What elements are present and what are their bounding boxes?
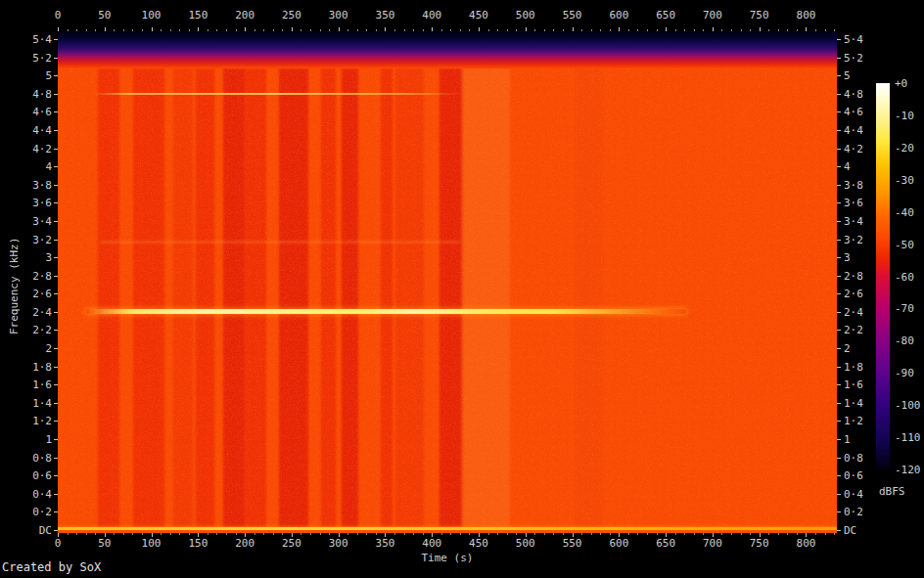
x-axis-minor-tick bbox=[741, 533, 742, 535]
y-axis-tick bbox=[54, 75, 58, 76]
x-axis-major-tick bbox=[713, 27, 714, 31]
y-axis-tick-label: 5·2 bbox=[19, 52, 52, 65]
colorbar-tick-label: -50 bbox=[895, 239, 924, 251]
x-axis-minor-tick bbox=[768, 533, 769, 535]
sox-credit-text: Created by SoX bbox=[2, 560, 101, 574]
x-axis-minor-tick bbox=[226, 533, 227, 535]
y-axis-tick-label: DC bbox=[19, 524, 52, 537]
x-axis-minor-tick bbox=[825, 29, 826, 31]
x-axis-tick-label: 250 bbox=[274, 537, 309, 550]
x-axis-minor-tick bbox=[114, 29, 115, 31]
x-axis-tick-label: 350 bbox=[367, 9, 402, 22]
tonal-lines-layer bbox=[58, 31, 837, 533]
x-axis-minor-tick bbox=[170, 533, 171, 535]
y-axis-tick-label: 5·4 bbox=[844, 33, 887, 46]
y-axis-tick-label: 0·4 bbox=[19, 488, 52, 501]
x-axis-minor-tick bbox=[142, 29, 143, 31]
y-axis-tick bbox=[837, 202, 841, 203]
x-axis-minor-tick bbox=[282, 533, 283, 535]
x-axis-tick-label: 50 bbox=[87, 9, 122, 22]
x-axis-minor-tick bbox=[694, 533, 695, 535]
y-axis-tick bbox=[54, 475, 58, 476]
x-axis-minor-tick bbox=[778, 29, 779, 31]
x-axis-minor-tick bbox=[179, 29, 180, 31]
x-axis-minor-tick bbox=[750, 533, 751, 535]
x-axis-minor-tick bbox=[310, 29, 311, 31]
y-axis-tick bbox=[837, 312, 841, 313]
y-axis-tick bbox=[54, 276, 58, 277]
x-axis-major-tick bbox=[666, 27, 667, 31]
x-axis-minor-tick bbox=[703, 533, 704, 535]
x-axis-minor-tick bbox=[544, 29, 545, 31]
x-axis-minor-tick bbox=[778, 533, 779, 535]
x-axis-tick-label: 400 bbox=[414, 537, 449, 550]
x-axis-minor-tick bbox=[86, 29, 87, 31]
x-axis-minor-tick bbox=[637, 533, 638, 535]
x-axis-minor-tick bbox=[581, 533, 582, 535]
x-axis-minor-tick bbox=[300, 29, 301, 31]
y-axis-tick bbox=[54, 494, 58, 495]
x-axis-minor-tick bbox=[236, 533, 237, 535]
colorbar-tick-label: -10 bbox=[895, 110, 924, 122]
y-axis-tick-label: 4·4 bbox=[19, 124, 52, 137]
x-axis-minor-tick bbox=[376, 533, 377, 535]
x-axis-tick-label: 200 bbox=[227, 9, 262, 22]
y-axis-tick-label: 1·4 bbox=[19, 397, 52, 410]
x-axis-minor-tick bbox=[497, 29, 498, 31]
x-axis-minor-tick bbox=[404, 533, 405, 535]
x-axis-minor-tick bbox=[347, 533, 348, 535]
spectrogram-plot-area bbox=[58, 31, 837, 533]
y-axis-tick bbox=[54, 458, 58, 459]
x-axis-minor-tick bbox=[815, 29, 816, 31]
y-axis-tick bbox=[54, 58, 58, 59]
x-axis-minor-tick bbox=[263, 533, 264, 535]
y-axis-tick bbox=[54, 367, 58, 368]
x-axis-minor-tick bbox=[553, 29, 554, 31]
x-axis-minor-tick bbox=[684, 533, 685, 535]
y-axis-tick-label: 5·4 bbox=[19, 33, 52, 46]
x-axis-major-tick bbox=[198, 27, 199, 31]
x-axis-minor-tick bbox=[591, 29, 592, 31]
y-axis-tick bbox=[54, 185, 58, 186]
x-axis-minor-tick bbox=[497, 533, 498, 535]
y-axis-tick bbox=[837, 94, 841, 95]
y-axis-tick bbox=[837, 475, 841, 476]
y-axis-tick bbox=[837, 367, 841, 368]
y-axis-tick-label: 3 bbox=[19, 251, 52, 264]
x-axis-tick-label: 800 bbox=[788, 537, 823, 550]
x-axis-minor-tick bbox=[516, 533, 517, 535]
x-axis-tick-label: 600 bbox=[601, 9, 636, 22]
colorbar-tick-label: -70 bbox=[895, 302, 924, 315]
y-axis-tick bbox=[837, 511, 841, 512]
x-axis-minor-tick bbox=[216, 533, 217, 535]
x-axis-minor-tick bbox=[114, 533, 115, 535]
x-axis-minor-tick bbox=[450, 533, 451, 535]
x-axis-minor-tick bbox=[357, 29, 358, 31]
y-axis-tick bbox=[837, 421, 841, 422]
x-axis-minor-tick bbox=[68, 533, 69, 535]
x-axis-minor-tick bbox=[170, 29, 171, 31]
x-axis-tick-label: 0 bbox=[40, 537, 75, 550]
x-axis-major-tick bbox=[58, 27, 59, 31]
y-axis-tick bbox=[54, 330, 58, 331]
y-axis-tick bbox=[54, 240, 58, 241]
y-axis-tick-label: 0·2 bbox=[844, 506, 887, 518]
x-axis-minor-tick bbox=[460, 29, 461, 31]
x-axis-tick-label: 300 bbox=[321, 537, 356, 550]
x-axis-minor-tick bbox=[534, 29, 535, 31]
x-axis-minor-tick bbox=[320, 533, 321, 535]
x-axis-tick-label: 150 bbox=[180, 9, 215, 22]
x-axis-minor-tick bbox=[208, 533, 208, 535]
x-axis-minor-tick bbox=[161, 533, 162, 535]
x-axis-minor-tick bbox=[834, 29, 835, 31]
x-axis-minor-tick bbox=[721, 533, 722, 535]
y-axis-tick-label: 5 bbox=[19, 69, 52, 82]
x-axis-tick-label: 450 bbox=[461, 9, 496, 22]
x-axis-major-tick bbox=[432, 27, 433, 31]
x-axis-minor-tick bbox=[282, 29, 283, 31]
x-axis-minor-tick bbox=[394, 533, 395, 535]
x-axis-minor-tick bbox=[236, 29, 237, 31]
x-axis-minor-tick bbox=[132, 533, 133, 535]
y-axis-tick bbox=[837, 240, 841, 241]
y-axis-tick-label: 5 bbox=[844, 69, 887, 82]
